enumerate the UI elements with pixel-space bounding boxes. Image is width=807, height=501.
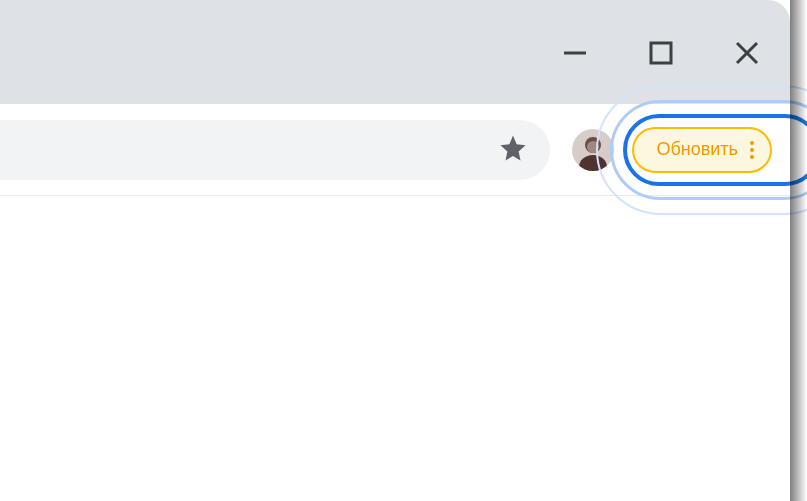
window-edge-shadow [790, 0, 807, 501]
address-bar[interactable] [0, 120, 550, 180]
browser-window: Обновить [0, 0, 790, 500]
update-button[interactable]: Обновить [632, 127, 772, 173]
bookmark-star-icon[interactable] [498, 133, 528, 167]
close-button[interactable] [732, 38, 762, 68]
minimize-icon [562, 40, 588, 66]
page-content [0, 196, 790, 500]
update-highlight: Обновить [632, 120, 772, 180]
maximize-icon [648, 40, 674, 66]
update-label: Обновить [656, 139, 738, 160]
more-menu-icon[interactable] [748, 141, 756, 159]
svg-point-7 [587, 141, 599, 153]
titlebar [0, 0, 790, 104]
avatar-icon [572, 129, 614, 171]
browser-toolbar: Обновить [0, 104, 790, 196]
svg-rect-1 [651, 43, 671, 63]
minimize-button[interactable] [560, 38, 590, 68]
close-icon [734, 40, 760, 66]
profile-avatar-button[interactable] [572, 129, 614, 171]
maximize-button[interactable] [646, 38, 676, 68]
